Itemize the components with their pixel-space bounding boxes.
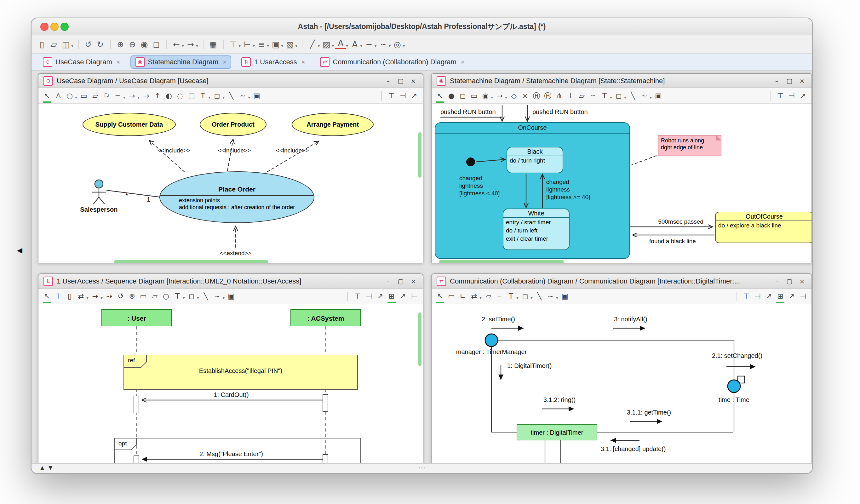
pointer-tool-icon[interactable]: ↖ (42, 91, 52, 100)
shallow-history-tool-icon[interactable]: Ⓗ (532, 91, 541, 100)
image-tool-icon[interactable]: ▣ (560, 291, 570, 301)
message-dropdown-icon[interactable]: ▾ (479, 295, 482, 300)
settings-dropdown-icon[interactable]: ▾ (403, 43, 405, 48)
rect-note-tool-icon[interactable]: ◻ (614, 91, 624, 100)
arrange-dropdown-icon[interactable]: ▾ (267, 43, 269, 48)
font-icon[interactable]: A (349, 39, 360, 49)
initial-state[interactable] (466, 158, 475, 166)
communication-window-titlebar[interactable]: ⇄ Communication (Collaboration) Diagram … (432, 274, 812, 289)
link-tool-icon[interactable]: ∟ (458, 291, 468, 301)
dashed-line-tool-icon[interactable]: ┄ (588, 91, 598, 100)
align-edge-icon[interactable]: ⊣ (798, 291, 808, 301)
forward-dropdown-icon[interactable]: ▾ (196, 43, 198, 48)
manager-object[interactable] (485, 334, 498, 346)
usecase-tool-icon[interactable]: ○ (65, 91, 74, 100)
join-tool-icon[interactable]: ⊥ (566, 91, 575, 100)
package-tool-icon[interactable]: ▱ (90, 91, 100, 100)
pointer-tool-icon[interactable]: ↖ (435, 291, 445, 301)
text-tool-dropdown-icon[interactable]: ▾ (610, 95, 612, 100)
activation-bar[interactable] (133, 395, 139, 413)
line-width-icon[interactable]: ─ (363, 39, 374, 49)
curve-tool-icon[interactable]: ~ (640, 91, 649, 100)
zoom-fit-icon[interactable]: ◻ (151, 39, 162, 49)
rectangle-tool-icon[interactable]: ▭ (79, 91, 88, 100)
horizontal-scrollbar-thumb[interactable] (439, 260, 564, 263)
time-object[interactable] (728, 380, 740, 392)
maximize-button[interactable]: ▢ (785, 77, 794, 84)
arrange-icon[interactable]: ≡ (256, 39, 267, 49)
line-width-dropdown-icon[interactable]: ▾ (374, 43, 376, 48)
align-horizontal-icon[interactable]: ⊢ (242, 39, 253, 49)
grid-icon[interactable]: ⊞ (387, 291, 396, 301)
frame-tool-icon[interactable]: ▢ (187, 91, 196, 100)
sequence-canvas[interactable]: : User : ACSystem ref EstablishAccess("I… (39, 304, 423, 463)
statemachine-diagram-window[interactable]: ◉ Statemachine Diagram / Statemachine Di… (431, 73, 812, 263)
message-dropdown-icon[interactable]: ▾ (100, 295, 103, 300)
vertical-scrollbar-thumb[interactable] (418, 313, 421, 366)
minimize-button[interactable]: – (384, 277, 392, 285)
text-color-dropdown-icon[interactable]: ▾ (346, 43, 348, 48)
usecase-supply-customer-data[interactable]: Supply Customer Data (83, 113, 176, 136)
depth-dropdown-icon[interactable]: ▾ (295, 43, 297, 48)
usecase-canvas[interactable]: Supply Customer Data Order Product Arran… (39, 104, 423, 263)
close-button[interactable]: × (798, 277, 806, 285)
communication-canvas[interactable]: manager : TimerManager time : Time timer… (432, 304, 812, 463)
save-icon[interactable]: ◫ (60, 39, 71, 49)
close-traffic-button[interactable] (40, 23, 48, 31)
object-tool-icon[interactable]: ▭ (447, 291, 456, 301)
line-style-dropdown-icon[interactable]: ▾ (388, 43, 391, 48)
open-file-icon[interactable]: ▱ (48, 39, 59, 49)
actor-tool-icon[interactable]: ♙ (54, 91, 63, 100)
tab-close-icon[interactable]: × (223, 58, 227, 65)
usecase-place-order[interactable]: Place Order extension points additional … (159, 171, 314, 223)
transition-tool-icon[interactable]: → (495, 91, 504, 100)
text-tool-dropdown-icon[interactable]: ▾ (208, 95, 211, 100)
half-circle-tool-icon[interactable]: ◐ (164, 91, 174, 100)
redo-icon[interactable]: ↻ (95, 39, 105, 49)
note[interactable]: Robot runs along right edge of line. (658, 135, 721, 156)
circle-tool-icon[interactable]: ◌ (175, 91, 185, 100)
line-tool-icon[interactable]: ╲ (227, 91, 236, 100)
line-tool-icon[interactable]: ╲ (628, 91, 637, 100)
line-tool-icon[interactable]: ╲ (201, 291, 211, 301)
include-edge-order[interactable] (227, 139, 233, 171)
maximize-button[interactable]: ▢ (396, 77, 405, 84)
curve-dropdown-icon[interactable]: ▾ (248, 95, 250, 100)
text-color-icon[interactable]: A (335, 39, 346, 49)
group-dropdown-icon[interactable]: ▾ (281, 43, 283, 48)
activation-bar[interactable] (133, 456, 139, 463)
image-tool-icon[interactable]: ▣ (252, 91, 261, 100)
back-dropdown-icon[interactable]: ▾ (182, 43, 184, 48)
collapse-pane-arrow-icon[interactable]: ◀ (17, 246, 23, 255)
more-icon[interactable]: ⋯ (418, 464, 425, 472)
line-color-icon[interactable]: ╱ (307, 39, 317, 49)
text-tool-dropdown-icon[interactable]: ▾ (183, 295, 185, 300)
align-left-icon[interactable]: ⊣ (398, 91, 407, 100)
text-tool-icon[interactable]: T (600, 91, 609, 100)
rect-note-dropdown-icon[interactable]: ▾ (624, 95, 626, 100)
tab-usecase-diagram[interactable]: ⊙ UseCase Diagram × (38, 55, 125, 68)
rect-note-dropdown-icon[interactable]: ▾ (197, 295, 199, 300)
undo-icon[interactable]: ↺ (83, 39, 94, 49)
flag-tool-icon[interactable]: ⚐ (102, 91, 111, 100)
state-white[interactable]: White entry / start timer do / turn left… (503, 208, 570, 250)
align-left-icon[interactable]: ⊣ (364, 291, 374, 301)
initial-state-tool-icon[interactable]: ● (447, 91, 456, 100)
curve-dropdown-icon[interactable]: ▾ (649, 95, 652, 100)
activation-bar[interactable] (322, 454, 328, 463)
align-top-icon[interactable]: ⊤ (353, 291, 362, 301)
line-tool-icon[interactable]: ╲ (534, 291, 544, 301)
usecase-diagram-window[interactable]: ⊙ UseCase Diagram / UseCase Diagram [Use… (38, 73, 424, 263)
object-tool-icon[interactable]: ▯ (65, 291, 74, 301)
activation-bar[interactable] (322, 394, 328, 412)
text-tool-dropdown-icon[interactable]: ▾ (516, 295, 518, 300)
align-vertical-icon[interactable]: ⊤ (228, 39, 239, 49)
new-file-icon[interactable]: ▯ (37, 39, 47, 49)
zoom-traffic-button[interactable] (60, 23, 69, 31)
align-horizontal-dropdown-icon[interactable]: ▾ (253, 43, 255, 48)
minimize-button[interactable]: – (772, 277, 781, 285)
pin-icon[interactable]: ↗ (764, 291, 774, 301)
statemachine-canvas[interactable]: OnCourse (432, 104, 812, 263)
rect-note-tool-icon[interactable]: ◻ (520, 291, 530, 301)
tab-close-icon[interactable]: × (117, 58, 120, 65)
